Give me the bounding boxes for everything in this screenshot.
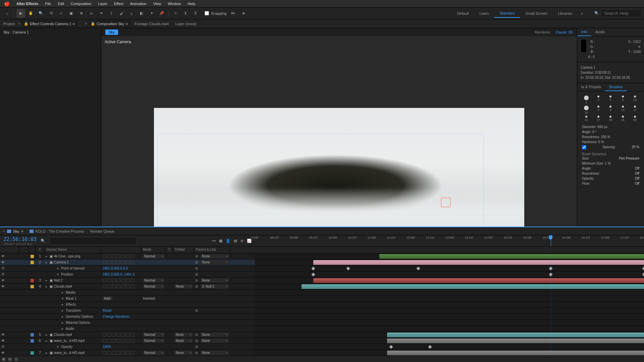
search-help-input[interactable] (601, 9, 641, 17)
workspace-standard[interactable]: Standard (494, 9, 520, 18)
trkmat-select[interactable]: None▾ (174, 351, 193, 355)
label-color[interactable] (31, 279, 34, 282)
layer-row[interactable]: ▾Mask 1Add▾Inverted (0, 296, 255, 302)
selection-handle[interactable] (441, 198, 450, 207)
col-parent[interactable]: Parent & Link (194, 247, 230, 253)
brush-preset[interactable]: 45 (617, 115, 629, 122)
track-area[interactable] (255, 253, 644, 356)
app-name[interactable]: After Effects (16, 2, 38, 6)
tab-footage[interactable]: Footage Clouds.mp4 (131, 20, 172, 27)
brush-angle[interactable]: Angle: 0 ° (582, 130, 596, 134)
label-color[interactable] (31, 333, 34, 337)
change-renderer-link[interactable]: Change Renderer... (103, 315, 132, 318)
layer-name[interactable]: 4k Cine...ope.png (54, 254, 80, 258)
menu-effect[interactable]: Effect (114, 2, 123, 6)
twirl-icon[interactable]: ▸ (62, 291, 64, 294)
visibility-icon[interactable]: 👁 (1, 260, 5, 264)
toggle-switch-icon[interactable]: ⊡ (15, 357, 18, 361)
track-row[interactable] (255, 326, 644, 332)
label-color[interactable] (31, 339, 34, 343)
brush-roundness[interactable]: Roundness: 100 % (582, 135, 610, 139)
twirl-icon[interactable]: ▸ (62, 321, 64, 324)
twirl-icon[interactable]: ▸ (46, 351, 48, 355)
track-row[interactable] (255, 259, 644, 265)
property-value[interactable]: 1901.8,805.6,-1461.3 (103, 273, 135, 276)
timeline-tab-render-queue[interactable]: Render Queue (90, 229, 114, 233)
pickwhip-icon[interactable]: ⊙ (195, 254, 199, 258)
layer-row[interactable]: 👁5▸▣Clouds.mp4Normal▾None▾⊙None▾ (0, 332, 255, 338)
puppet-tool-icon[interactable]: 📌 (157, 9, 166, 18)
layer-row[interactable]: ⏱▾Position1901.8,805.6,-1461.3⊙ (0, 272, 255, 278)
timeline-tab-kold[interactable]: KOLD - The Creative Process (30, 229, 84, 233)
twirl-icon[interactable]: ▸ (62, 315, 64, 318)
visibility-icon[interactable]: 👁 (1, 285, 5, 288)
menu-animation[interactable]: Animation (130, 2, 147, 6)
keyframe-icon[interactable] (417, 266, 420, 270)
visibility-icon[interactable]: 👁 (1, 351, 5, 355)
tab-audio[interactable]: Audio (591, 28, 609, 36)
apple-logo-icon[interactable]: 🍎 (4, 1, 10, 6)
brush-angle2-value[interactable]: Off (635, 167, 639, 170)
menu-help[interactable]: Help (187, 2, 195, 6)
menu-view[interactable]: View (153, 2, 161, 6)
pickwhip-icon[interactable]: ⊙ (195, 345, 199, 349)
close-icon[interactable]: × (3, 229, 5, 234)
track-row[interactable] (255, 302, 644, 308)
timeline-search[interactable] (49, 237, 137, 245)
twirl-icon[interactable]: ▸ (46, 254, 48, 258)
tab-brushes[interactable]: Brushes (605, 83, 627, 91)
brush-preset[interactable]: 5 (605, 95, 616, 104)
layer-row[interactable]: 👁4▸▣Clouds.mp4Normal▾None▾⊙3. Null 2▾ (0, 284, 255, 290)
stopwatch-icon[interactable]: ⏱ (1, 273, 5, 276)
trkmat-select[interactable]: None▾ (174, 339, 193, 343)
spacing-checkbox[interactable] (582, 145, 586, 149)
track-row[interactable] (255, 314, 644, 320)
brush-preset[interactable]: 17 (629, 105, 641, 114)
brush-hardness[interactable]: Hardness: 0 % (582, 140, 604, 144)
layer-row[interactable]: ▸Geometry OptionsChange Renderer... (0, 314, 255, 320)
layer-row[interactable]: ▸Material Options (0, 320, 255, 326)
col-trkmat[interactable]: TrkMat (173, 247, 194, 253)
anchor-tool-icon[interactable]: ⊕ (77, 9, 86, 18)
twirl-icon[interactable]: ▸ (62, 309, 64, 312)
tab-info[interactable]: Info (577, 28, 591, 36)
brush-preset[interactable]: 13 (617, 105, 629, 114)
pickwhip-icon[interactable]: ⊙ (195, 266, 199, 270)
rect-tool-icon[interactable]: ▭ (87, 9, 96, 18)
twirl-icon[interactable]: ▸ (46, 333, 48, 337)
comp-mini-flowchart-icon[interactable]: ⊶ (212, 239, 216, 243)
shy-icon[interactable]: 👤 (226, 239, 230, 243)
panel-menu-icon[interactable]: ≡ (21, 229, 23, 233)
layer-row[interactable]: 👁7▸▣wave_tu...4-HD.mp4Normal▾None▾⊙None▾ (0, 350, 255, 356)
track-row[interactable] (255, 350, 644, 356)
brush-preset[interactable]: 65 (629, 115, 641, 122)
close-icon[interactable]: × (85, 21, 87, 26)
keyframe-icon[interactable] (311, 273, 315, 276)
workspace-default[interactable]: Default (452, 9, 474, 17)
stopwatch-icon[interactable]: ⏱ (1, 266, 5, 270)
col-t[interactable]: T (166, 247, 173, 253)
twirl-icon[interactable]: ▸ (46, 260, 48, 264)
twirl-icon[interactable]: ▸ (46, 285, 48, 288)
tab-layer[interactable]: Layer (none) (172, 20, 200, 27)
parent-select[interactable]: None▾ (201, 333, 229, 337)
layer-name[interactable]: Null 2 (54, 279, 63, 282)
label-color[interactable] (31, 255, 34, 258)
twirl-icon[interactable]: ▸ (46, 339, 48, 343)
twirl-icon[interactable]: ▾ (57, 345, 60, 349)
brush-preset[interactable]: 1 (581, 95, 592, 104)
pickwhip-icon[interactable]: ⊙ (195, 273, 199, 277)
rotate-tool-icon[interactable]: ⤾ (57, 9, 65, 18)
visibility-icon[interactable]: 👁 (1, 279, 5, 282)
brush-preset[interactable]: 3 (593, 95, 604, 104)
parent-select[interactable]: None▾ (201, 260, 229, 264)
layer-bar[interactable] (387, 333, 644, 337)
tab-effect-controls[interactable]: 🔒 Effect Controls Camera 1 ≡ (20, 20, 78, 27)
brush-preset[interactable]: 5 (593, 105, 604, 114)
layer-row[interactable]: 👁6▸▣wave_tu...4-HD.mp4Normal▾None▾⊙None▾ (0, 338, 255, 344)
brush-minsize[interactable]: Minimum Size: 1 % (582, 162, 611, 165)
twirl-icon[interactable]: ▾ (57, 266, 60, 270)
brush-size-value[interactable]: Pen Pressure (619, 157, 639, 160)
twirl-icon[interactable]: ▸ (46, 279, 48, 282)
parent-select[interactable]: None▾ (201, 351, 229, 355)
